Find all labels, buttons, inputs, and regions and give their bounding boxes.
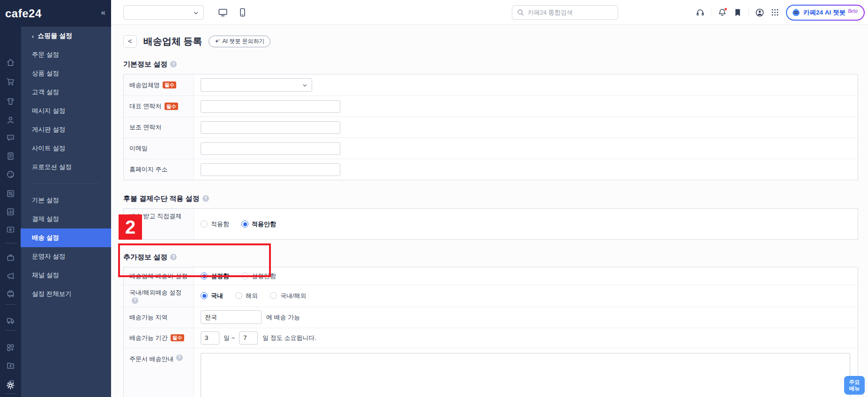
sidebar-item-channel-settings[interactable]: 채널 설정 (21, 266, 111, 285)
sidebar: cafe24 « ‹쇼핑몰 설정주문 설정상품 설정고객 설정메시지 설정게시판… (0, 0, 111, 397)
help-icon[interactable]: ? (170, 61, 177, 67)
apps-icon[interactable] (6, 343, 15, 352)
sidebar-item-operator-settings[interactable]: 운영자 설정 (21, 247, 111, 266)
row-content (194, 348, 858, 397)
radio-option[interactable]: 국내 (201, 292, 223, 300)
design-icon[interactable] (6, 170, 15, 179)
sidebar-item-mall-settings[interactable]: ‹쇼핑몰 설정 (21, 27, 111, 45)
sidebar-item-board-settings[interactable]: 게시판 설정 (21, 120, 111, 139)
page-header: < 배송업체 등록 AI 챗봇 문의하기 (123, 35, 868, 48)
required-badge: 필수 (171, 334, 184, 342)
row-label-text: 배송가능 지역 (129, 313, 168, 322)
section-title-postpay: 후불 결제수단 적용 설정? (123, 194, 868, 203)
order-print-icon[interactable] (6, 289, 15, 298)
textarea-input[interactable] (201, 353, 850, 397)
section-title-text: 기본정보 설정 (123, 60, 167, 69)
search-input[interactable] (528, 9, 614, 16)
range-to-input[interactable] (239, 331, 258, 345)
sidebar-collapse-icon[interactable]: « (101, 8, 105, 17)
sidebar-item-label: 운영자 설정 (32, 252, 65, 261)
settings-gear-icon[interactable] (6, 381, 15, 390)
account-profile-icon[interactable] (755, 8, 764, 17)
delivery-icon[interactable] (6, 316, 15, 325)
text-input[interactable] (201, 142, 340, 155)
radio-selected-icon (201, 292, 208, 299)
input-suffix-text: 에 배송 가능 (266, 313, 300, 322)
notifications-bell-icon[interactable] (718, 8, 727, 17)
section-title-basic-info: 기본정보 설정? (123, 59, 868, 69)
radio-label: 국내/해외 (280, 292, 307, 300)
sidebar-item-product-settings[interactable]: 상품 설정 (21, 64, 111, 83)
row-content (194, 117, 858, 138)
row-content: 일 ~일 정도 소요됩니다. (194, 328, 858, 348)
notification-dot (724, 7, 727, 11)
folder-icon[interactable] (6, 361, 15, 370)
row-label-text: 배송 받고 직접결제 적용 (129, 212, 188, 230)
row-label: 국내/해외배송 설정? (124, 285, 194, 307)
help-icon[interactable]: ? (170, 254, 177, 260)
text-input[interactable] (201, 121, 340, 134)
range-from-input[interactable] (201, 331, 219, 345)
radio-option[interactable]: 해외 (235, 292, 258, 300)
sidebar-item-customer-settings[interactable]: 고객 설정 (21, 83, 111, 102)
help-icon[interactable]: ? (202, 195, 209, 202)
text-input[interactable] (201, 163, 340, 176)
mobile-preview-icon[interactable] (238, 7, 247, 17)
row-label: 대표 연락처필수 (124, 96, 194, 117)
ai-chatbot-button[interactable]: 카페24 AI 챗봇 Beta (786, 5, 865, 21)
text-input[interactable] (201, 100, 340, 113)
promotion-icon[interactable] (6, 189, 15, 198)
media-icon[interactable] (6, 225, 15, 234)
sidebar-item-label: 채널 설정 (32, 271, 59, 279)
customer-icon[interactable] (6, 116, 15, 125)
row-label: 배송가능 기간필수 (124, 328, 194, 348)
main-menu-floating-button[interactable]: 주요 메뉴 (844, 376, 865, 395)
text-input[interactable] (201, 310, 262, 324)
rail-divider (5, 243, 16, 243)
desktop-preview-icon[interactable] (218, 7, 228, 17)
help-icon[interactable]: ? (132, 230, 138, 236)
section-additional-info: 추가정보 설정?배송업체 배송비 설정설정함설정안함국내/해외배송 설정?국내해… (111, 252, 868, 397)
sidebar-item-basic-settings[interactable]: 기본 설정 (21, 191, 111, 210)
cart-icon[interactable] (6, 77, 15, 86)
ai-chatbot-inquiry-pill[interactable]: AI 챗봇 문의하기 (209, 36, 270, 47)
back-button[interactable]: < (123, 35, 137, 48)
help-icon[interactable]: ? (132, 297, 138, 304)
topbar: 카페24 AI 챗봇 Beta (111, 0, 868, 25)
board-icon[interactable] (6, 152, 15, 161)
shop-select[interactable] (123, 5, 204, 20)
sidebar-item-site-settings[interactable]: 사이트 설정 (21, 139, 111, 158)
sidebar-item-settings-overview[interactable]: 설정 전체보기 (21, 285, 111, 303)
row-label-text: 홈페이지 주소 (129, 165, 168, 174)
form-table-basic-info: 배송업체명필수대표 연락처필수보조 연락처이메일홈페이지 주소 (123, 74, 858, 180)
radio-option[interactable]: 적용함 (201, 220, 229, 228)
bookmark-icon[interactable] (733, 8, 742, 17)
sidebar-item-shipping-settings[interactable]: 배송 설정 (21, 228, 111, 247)
chevron-left-icon: ‹ (32, 33, 34, 40)
marketing-icon[interactable] (6, 272, 15, 280)
home-icon[interactable] (6, 58, 15, 67)
divider (748, 9, 749, 16)
workspace-icon[interactable] (6, 253, 15, 262)
radio-option[interactable]: 국내/해외 (270, 292, 307, 300)
message-icon[interactable] (6, 133, 15, 142)
radio-option[interactable]: 적용안함 (241, 220, 276, 228)
rail-divider (5, 393, 16, 394)
sidebar-item-payment-settings[interactable]: 결제 설정 (21, 210, 111, 228)
row-label: 배송 받고 직접결제 적용? (124, 209, 194, 239)
help-icon[interactable]: ? (176, 354, 183, 361)
sidebar-item-promotion-settings[interactable]: 프로모션 설정 (21, 158, 111, 176)
statistics-icon[interactable] (6, 207, 15, 216)
select-input[interactable] (201, 78, 312, 92)
sidebar-item-message-settings[interactable]: 메시지 설정 (21, 102, 111, 120)
sidebar-item-label: 결제 설정 (32, 215, 59, 223)
app-grid-icon[interactable] (771, 8, 780, 17)
radio-option[interactable]: 설정함 (201, 272, 229, 280)
product-icon[interactable] (6, 97, 15, 106)
support-headset-icon[interactable] (696, 8, 705, 17)
search-icon (516, 8, 524, 16)
row-label: 이메일 (124, 138, 194, 159)
sidebar-item-label: 게시판 설정 (32, 125, 65, 134)
radio-option[interactable]: 설정안함 (241, 272, 276, 280)
sidebar-item-order-settings[interactable]: 주문 설정 (21, 45, 111, 64)
